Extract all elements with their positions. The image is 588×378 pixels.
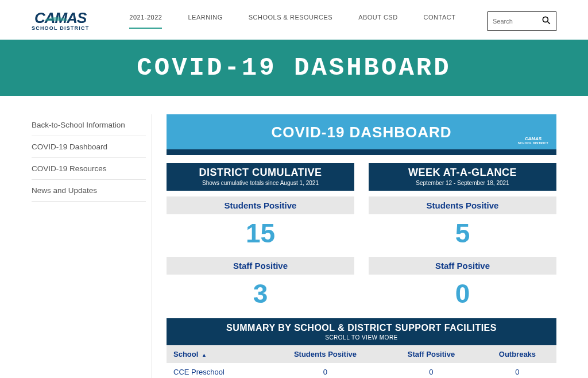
metric-staff-positive-week-value: 0 [369, 275, 556, 311]
site-header: CAMAS SCHOOL DISTRICT 2021-2022 LEARNING… [0, 0, 588, 40]
stats-row: DISTRICT CUMULATIVE Shows cumulative tot… [167, 163, 556, 311]
cell-outbreaks: 0 [478, 363, 556, 378]
dashboard-header-logo-main: CAMAS [525, 136, 541, 141]
nav-item-about[interactable]: ABOUT CSD [358, 14, 397, 29]
district-cumulative-column: DISTRICT CUMULATIVE Shows cumulative tot… [167, 163, 354, 311]
cell-staff: 0 [384, 363, 478, 378]
sort-asc-icon: ▲ [202, 352, 207, 358]
logo-main-text: CAMAS [34, 11, 86, 24]
district-cumulative-head: DISTRICT CUMULATIVE Shows cumulative tot… [167, 163, 354, 191]
svg-point-0 [543, 17, 548, 22]
sidebar-item-news-updates[interactable]: News and Updates [32, 180, 146, 202]
sidebar-item-covid-resources[interactable]: COVID-19 Resources [32, 158, 146, 180]
summary-header: SUMMARY BY SCHOOL & DISTRICT SUPPORT FAC… [167, 318, 556, 345]
search-input[interactable] [493, 18, 541, 25]
week-glance-head: WEEK AT-A-GLANCE September 12 - Septembe… [369, 163, 556, 191]
metric-students-positive-label: Students Positive [167, 196, 354, 214]
col-staff-positive[interactable]: Staff Positive [384, 345, 478, 363]
nav-item-contact[interactable]: CONTACT [424, 14, 456, 29]
summary-title: SUMMARY BY SCHOOL & DISTRICT SUPPORT FAC… [167, 323, 556, 333]
week-glance-column: WEEK AT-A-GLANCE September 12 - Septembe… [369, 163, 556, 311]
col-students-positive[interactable]: Students Positive [266, 345, 384, 363]
main-layout: Back-to-School Information COVID-19 Dash… [0, 96, 588, 378]
sidebar-item-back-to-school[interactable]: Back-to-School Information [32, 114, 146, 136]
cell-students: 0 [266, 363, 384, 378]
metric-students-positive-week-value: 5 [369, 214, 556, 251]
summary-subtitle: SCROLL TO VIEW MORE [167, 334, 556, 341]
col-outbreaks[interactable]: Outbreaks [478, 345, 556, 363]
dashboard-header-accent [167, 149, 556, 155]
metric-students-positive-week-label: Students Positive [369, 196, 556, 214]
site-logo[interactable]: CAMAS SCHOOL DISTRICT [32, 11, 89, 31]
cell-school: CCE Preschool [167, 363, 266, 378]
col-school[interactable]: School ▲ [167, 345, 266, 363]
metric-staff-positive-label: Staff Positive [167, 257, 354, 275]
hero-banner: COVID-19 DASHBOARD [0, 40, 588, 96]
sidebar-item-covid-dashboard[interactable]: COVID-19 Dashboard [32, 136, 146, 158]
nav-item-year[interactable]: 2021-2022 [129, 14, 162, 29]
dashboard-header-logo: CAMAS SCHOOL DISTRICT [518, 136, 548, 145]
nav-item-learning[interactable]: LEARNING [188, 14, 222, 29]
col-school-label: School [173, 350, 198, 358]
dashboard-header-logo-sub: SCHOOL DISTRICT [518, 141, 548, 145]
metric-staff-positive-week-label: Staff Positive [369, 257, 556, 275]
dashboard-header: COVID-19 DASHBOARD CAMAS SCHOOL DISTRICT [167, 114, 556, 149]
primary-nav: 2021-2022 LEARNING SCHOOLS & RESOURCES A… [129, 14, 470, 29]
summary-table: School ▲ Students Positive Staff Positiv… [167, 345, 556, 378]
nav-item-schools-resources[interactable]: SCHOOLS & RESOURCES [249, 14, 332, 29]
district-cumulative-title: DISTRICT CUMULATIVE [167, 167, 354, 179]
week-glance-subtitle: September 12 - September 18, 2021 [369, 180, 556, 186]
table-row: CCE Preschool 0 0 0 [167, 363, 556, 378]
metric-students-positive-value: 15 [167, 214, 354, 251]
district-cumulative-subtitle: Shows cumulative totals since August 1, … [167, 180, 354, 186]
table-header-row: School ▲ Students Positive Staff Positiv… [167, 345, 556, 363]
week-glance-title: WEEK AT-A-GLANCE [369, 167, 556, 179]
search-icon[interactable] [541, 15, 551, 28]
dashboard-content: COVID-19 DASHBOARD CAMAS SCHOOL DISTRICT… [167, 114, 556, 378]
sidebar-nav: Back-to-School Information COVID-19 Dash… [32, 114, 152, 378]
svg-line-1 [548, 22, 550, 24]
page-title: COVID-19 DASHBOARD [137, 53, 451, 82]
search-box[interactable] [488, 11, 556, 31]
metric-staff-positive-value: 3 [167, 275, 354, 311]
dashboard-header-title: COVID-19 DASHBOARD [271, 124, 451, 141]
